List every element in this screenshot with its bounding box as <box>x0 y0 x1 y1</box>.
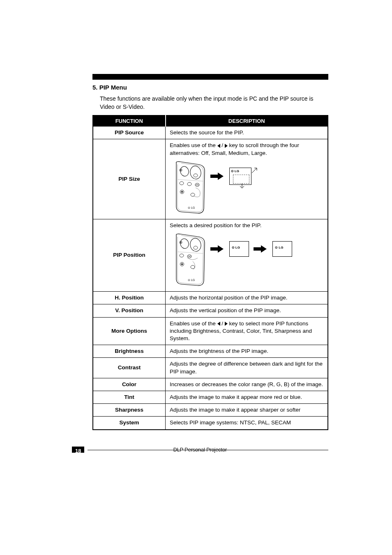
pip-pos-screen-2: ⊙ LG <box>272 241 292 257</box>
pip-menu-table: FUNCTION DESCRIPTION PIP Source Selects … <box>92 115 328 430</box>
remote-lg-label-2: ⊙ LG <box>188 279 195 281</box>
lg-label-size: ⊙ LG <box>231 169 239 174</box>
svg-point-13 <box>191 193 195 196</box>
func-pip-position: PIP Position <box>93 219 166 291</box>
func-system: System <box>93 417 166 430</box>
func-v-position: V. Position <box>93 304 166 317</box>
desc-h-position: Adjusts the horizontal position of the P… <box>166 292 328 304</box>
desc-pip-position: Selects a desired position for the PIP. <box>166 219 328 291</box>
remote-control-icon: ⊙ LG <box>173 161 208 214</box>
resize-arrow-down-icon <box>239 184 245 189</box>
func-tint: Tint <box>93 391 166 404</box>
header-black-bar <box>92 74 328 80</box>
svg-point-20 <box>180 242 181 243</box>
svg-point-1 <box>189 165 202 180</box>
thick-arrow-icon-2 <box>210 246 224 252</box>
desc-pip-size: Enables use of the / key to scroll throu… <box>166 139 328 219</box>
svg-point-2 <box>194 174 198 177</box>
pip-size-diagram: ⊙ LG ⊙ LG <box>173 161 323 214</box>
lg-label-pos1: ⊙ LG <box>232 246 240 250</box>
svg-point-12 <box>181 191 183 193</box>
desc-pip-size-b: / <box>220 142 225 148</box>
remote-lg-label: ⊙ LG <box>188 206 195 209</box>
th-description: DESCRIPTION <box>166 115 328 127</box>
svg-point-6 <box>180 182 184 185</box>
svg-line-14 <box>252 168 256 173</box>
desc-pip-size-a: Enables use of the <box>170 142 217 148</box>
thick-arrow-icon-3 <box>254 246 267 252</box>
thick-arrow-icon <box>210 173 224 179</box>
desc-color: Increases or decreases the color range (… <box>166 378 328 391</box>
pip-pos-screen-1: ⊙ LG <box>229 241 249 257</box>
svg-point-18 <box>194 246 198 249</box>
desc-more-b: / <box>220 320 225 327</box>
svg-point-17 <box>189 237 202 252</box>
svg-point-4 <box>180 170 181 170</box>
page-number: 18 <box>72 447 84 453</box>
svg-point-27 <box>181 263 183 265</box>
desc-sharpness: Adjusts the image to make it appear shar… <box>166 404 328 417</box>
desc-contrast: Adjusts the degree of difference between… <box>166 358 328 378</box>
section-title: 5. PIP Menu <box>92 84 328 91</box>
desc-pip-position-text: Selects a desired position for the PIP. <box>170 222 261 228</box>
svg-line-5 <box>178 180 203 181</box>
left-arrow-icon-2 <box>217 322 220 326</box>
right-arrow-icon-2 <box>225 322 228 326</box>
func-sharpness: Sharpness <box>93 404 166 417</box>
pip-position-diagram: ⊙ LG ⊙ LG ⊙ LG <box>173 233 323 287</box>
content-area: 5. PIP Menu These functions are availabl… <box>92 84 328 430</box>
func-h-position: H. Position <box>93 292 166 304</box>
pip-size-screen: ⊙ LG <box>229 168 251 185</box>
resize-arrow-icon <box>251 167 258 175</box>
svg-point-7 <box>187 182 191 186</box>
func-pip-source: PIP Source <box>93 127 166 139</box>
pip-inner-box <box>233 175 249 184</box>
desc-more-a: Enables use of the <box>170 320 217 327</box>
func-brightness: Brightness <box>93 345 166 358</box>
th-function: FUNCTION <box>93 115 166 127</box>
lg-label-pos2: ⊙ LG <box>275 246 283 250</box>
desc-more-options: Enables use of the / key to select more … <box>166 317 328 345</box>
func-pip-size: PIP Size <box>93 139 166 219</box>
right-arrow-icon <box>225 144 228 148</box>
footer: 18 DLP Personal Projector <box>72 447 328 453</box>
func-color: Color <box>93 378 166 391</box>
desc-v-position: Adjusts the vertical position of the PIP… <box>166 304 328 317</box>
svg-line-21 <box>178 252 203 253</box>
desc-system: Selects PIP image systems: NTSC, PAL, SE… <box>166 417 328 430</box>
svg-point-22 <box>180 254 184 257</box>
svg-point-28 <box>191 265 195 269</box>
section-intro: These functions are available only when … <box>100 95 328 111</box>
desc-pip-source: Selects the source for the PIP. <box>166 127 328 139</box>
remote-control-icon-2: ⊙ LG <box>173 233 208 287</box>
desc-brightness: Adjusts the brightness of the PIP image. <box>166 345 328 358</box>
left-arrow-icon <box>217 144 220 148</box>
func-more-options: More Options <box>93 317 166 345</box>
func-contrast: Contrast <box>93 358 166 378</box>
desc-tint: Adjusts the image to make it appear more… <box>166 391 328 404</box>
